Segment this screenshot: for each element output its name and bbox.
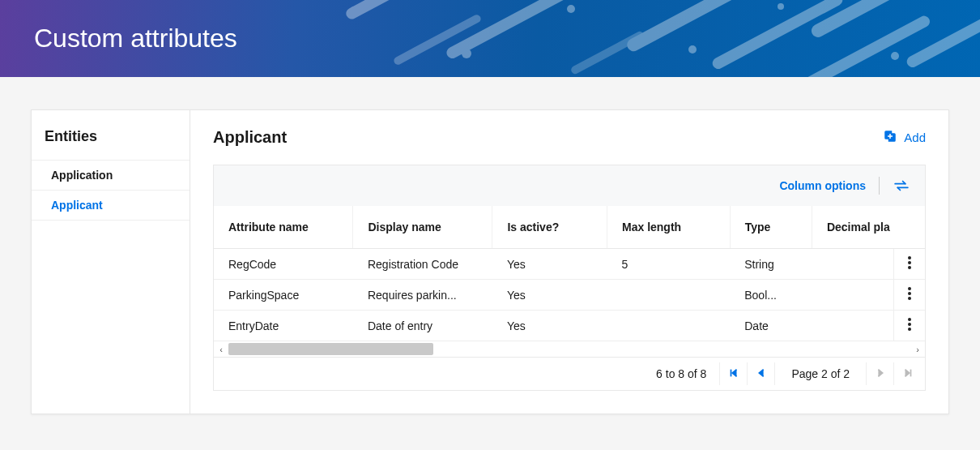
swap-columns-icon[interactable] <box>893 178 910 193</box>
page-banner: Custom attributes <box>0 0 980 77</box>
svg-point-5 <box>908 297 911 300</box>
cell-display-name: Registration Code <box>353 249 492 280</box>
cell-attribute-name: RegCode <box>214 249 353 280</box>
cell-type: Bool... <box>730 280 812 311</box>
table-header-row: Attribute name Display name Is active? M… <box>214 206 925 249</box>
sidebar-item-application[interactable]: Application <box>32 160 190 190</box>
row-actions-button[interactable] <box>894 311 925 341</box>
entities-sidebar: Entities Application Applicant <box>32 110 190 414</box>
pager-first-button[interactable] <box>719 362 747 385</box>
table-row[interactable]: EntryDate Date of entry Yes Date <box>214 311 925 341</box>
scroll-right-arrow[interactable]: › <box>910 345 925 354</box>
svg-point-4 <box>908 292 911 295</box>
entity-title: Applicant <box>213 128 287 147</box>
cell-max-length <box>607 280 731 311</box>
cell-is-active: Yes <box>492 280 607 311</box>
sidebar-item-applicant[interactable]: Applicant <box>32 190 190 221</box>
cell-type: String <box>730 249 812 280</box>
column-header-attribute-name[interactable]: Attribute name <box>214 206 353 249</box>
cell-max-length <box>607 311 731 341</box>
column-header-max-length[interactable]: Max length <box>607 206 731 249</box>
sidebar-heading: Entities <box>32 128 190 160</box>
cell-attribute-name: ParkingSpace <box>214 280 353 311</box>
pager-page-label: Page 2 of 2 <box>774 362 866 385</box>
cell-decimal <box>812 280 893 311</box>
table-row[interactable]: ParkingSpace Requires parkin... Yes Bool… <box>214 280 925 311</box>
row-actions-button[interactable] <box>894 249 925 280</box>
svg-point-2 <box>908 266 911 269</box>
svg-point-0 <box>908 256 911 259</box>
cell-decimal <box>812 311 893 341</box>
pager-range: 6 to 8 of 8 <box>643 367 719 380</box>
cell-display-name: Date of entry <box>353 311 492 341</box>
chevron-left-icon <box>756 367 767 381</box>
add-label: Add <box>904 131 926 144</box>
table-toolbar: Column options <box>213 165 926 206</box>
last-page-icon <box>902 367 914 381</box>
add-icon <box>883 129 897 146</box>
kebab-icon <box>908 259 911 272</box>
column-header-is-active[interactable]: Is active? <box>492 206 607 249</box>
svg-point-3 <box>908 287 911 290</box>
cell-max-length: 5 <box>607 249 731 280</box>
scrollbar-track[interactable] <box>228 341 910 357</box>
pager-last-button <box>893 362 921 385</box>
svg-point-1 <box>908 261 911 264</box>
svg-point-6 <box>908 318 911 321</box>
column-header-decimal-places[interactable]: Decimal pla <box>812 206 925 249</box>
kebab-icon <box>908 320 911 333</box>
scrollbar-thumb[interactable] <box>228 343 433 355</box>
svg-point-7 <box>908 323 911 326</box>
column-header-display-name[interactable]: Display name <box>353 206 492 249</box>
cell-decimal <box>812 249 893 280</box>
add-button[interactable]: Add <box>883 129 926 146</box>
column-header-type[interactable]: Type <box>730 206 812 249</box>
svg-point-8 <box>908 328 911 331</box>
main-panel: Applicant Add Column options <box>190 110 948 414</box>
cell-type: Date <box>730 311 812 341</box>
toolbar-divider <box>879 177 880 195</box>
row-actions-button[interactable] <box>894 280 925 311</box>
cell-is-active: Yes <box>492 249 607 280</box>
scroll-left-arrow[interactable]: ‹ <box>214 345 228 354</box>
first-page-icon <box>728 367 739 381</box>
kebab-icon <box>908 289 911 302</box>
table-row[interactable]: RegCode Registration Code Yes 5 String <box>214 249 925 280</box>
chevron-right-icon <box>875 367 886 381</box>
cell-display-name: Requires parkin... <box>353 280 492 311</box>
attributes-table: Attribute name Display name Is active? M… <box>213 206 926 341</box>
pagination: 6 to 8 of 8 Page 2 of 2 <box>213 358 926 391</box>
pager-next-button <box>866 362 893 385</box>
column-options-link[interactable]: Column options <box>779 179 866 192</box>
cell-attribute-name: EntryDate <box>214 311 353 341</box>
cell-is-active: Yes <box>492 311 607 341</box>
pager-prev-button[interactable] <box>747 362 774 385</box>
page-title: Custom attributes <box>34 24 237 54</box>
horizontal-scrollbar[interactable]: ‹ › <box>213 341 926 358</box>
